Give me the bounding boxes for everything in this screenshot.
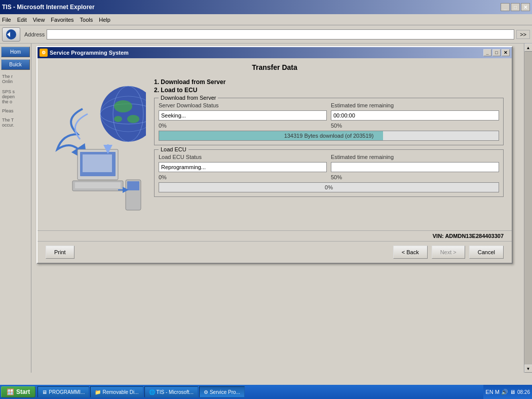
- start-button[interactable]: 🪟 Start: [1, 386, 35, 397]
- taskbar-item-icon-1: 📁: [95, 389, 101, 395]
- taskbar-item-label-1: Removable Di...: [102, 389, 138, 395]
- load-time-label: Estimated time remaining: [331, 154, 499, 160]
- taskbar-items: 🖥 PROGRAMMI... 📁 Removable Di... 🌐 TIS -…: [37, 386, 483, 397]
- taskbar-item-1[interactable]: 📁 Removable Di...: [90, 386, 143, 397]
- load-status-label: Load ECU Status: [159, 154, 327, 160]
- svg-rect-11: [83, 154, 112, 172]
- sidebar-item-buick[interactable]: Buick: [1, 59, 30, 70]
- vin-bar: VIN: ADMDN13E284403307: [37, 230, 512, 241]
- load-ecu-legend: Load ECU: [159, 146, 188, 152]
- sidebar-text-1: The rOnlin: [0, 71, 31, 87]
- dialog-icon: ⚙: [40, 49, 48, 57]
- ie-titlebar: TIS - Microsoft Internet Explorer _ □ ✕: [0, 0, 532, 14]
- address-label: Address: [24, 31, 45, 37]
- load-progress-bar: 0%: [159, 182, 499, 192]
- download-status-value: Seeking...: [159, 110, 327, 121]
- svg-rect-13: [75, 182, 121, 188]
- load-pct-right: 50%: [331, 174, 499, 180]
- scroll-down-btn[interactable]: ▼: [524, 365, 533, 373]
- back-button[interactable]: < Back: [393, 246, 428, 259]
- sps-dialog-window: ⚙ Service Programming System _ □ ✕ Trans…: [36, 46, 513, 264]
- steps-text: 1. Download from Server 2. Load to ECU: [154, 78, 504, 94]
- step1-label: 1. Download from Server: [154, 78, 504, 86]
- svg-point-6: [114, 100, 132, 112]
- scroll-up-btn[interactable]: ▲: [524, 44, 533, 52]
- ie-menubar: File Edit View Favorites Tools Help: [0, 14, 532, 25]
- dialog-close-btn[interactable]: ✕: [502, 49, 510, 56]
- cancel-button[interactable]: Cancel: [469, 246, 504, 259]
- ie-restore-btn[interactable]: □: [511, 3, 520, 11]
- taskbar-item-icon-3: ⚙: [204, 389, 208, 395]
- dialog-right-panel: 1. Download from Server 2. Load to ECU D…: [154, 78, 504, 225]
- print-button[interactable]: Print: [46, 246, 74, 259]
- dialog-minimize-btn[interactable]: _: [483, 49, 491, 56]
- sidebar-text-3: Pleas: [0, 106, 31, 115]
- download-pct-left: 0%: [159, 123, 327, 129]
- menu-tools[interactable]: Tools: [80, 17, 93, 23]
- scroll-track[interactable]: [524, 52, 532, 365]
- dialog-title: Service Programming System: [50, 50, 129, 56]
- download-legend: Download from Server: [159, 95, 218, 101]
- ie-toolbar: Address >>: [0, 25, 532, 44]
- address-input[interactable]: [47, 29, 514, 39]
- dialog-illustration: [46, 78, 147, 225]
- scrollbar[interactable]: ▲ ▼: [524, 44, 532, 373]
- svg-point-8: [114, 116, 122, 122]
- dialog-footer: Print < Back Next > Cancel: [37, 241, 512, 263]
- taskbar-item-2[interactable]: 🌐 TIS - Microsoft...: [144, 386, 198, 397]
- tray-time: 08:26: [517, 389, 530, 395]
- menu-favorites[interactable]: Favorites: [51, 17, 73, 23]
- windows-logo-icon: 🪟: [7, 388, 14, 395]
- load-progress-text: 0%: [159, 183, 499, 192]
- load-status-value: Reprogramming...: [159, 162, 327, 172]
- svg-rect-15: [127, 181, 139, 190]
- dialog-content: Transfer Data: [37, 58, 512, 230]
- menu-view[interactable]: View: [33, 17, 45, 23]
- taskbar-item-label-3: Service Pro...: [210, 389, 240, 395]
- ie-back-button[interactable]: [2, 27, 20, 42]
- dialog-titlebar: ⚙ Service Programming System _ □ ✕: [37, 47, 512, 58]
- load-percent-row: 0% 50%: [159, 174, 499, 180]
- menu-edit[interactable]: Edit: [17, 17, 27, 23]
- taskbar-item-3[interactable]: ⚙ Service Pro...: [199, 386, 245, 397]
- start-label: Start: [16, 388, 30, 395]
- dialog-title-label: Transfer Data: [46, 63, 504, 71]
- taskbar-item-label-2: TIS - Microsoft...: [157, 389, 194, 395]
- vin-label: VIN: ADMDN13E284403307: [433, 233, 504, 239]
- next-button[interactable]: Next >: [432, 246, 465, 259]
- tray-icons: EN M 🔊 🖥: [485, 389, 515, 395]
- menu-file[interactable]: File: [2, 17, 11, 23]
- download-percent-row: 0% 50%: [159, 123, 499, 129]
- illustration-svg: [47, 78, 146, 225]
- step2-label: 2. Load to ECU: [154, 87, 504, 94]
- load-ecu-section: Load ECU Load ECU Status Estimated time …: [154, 149, 504, 197]
- download-pct-right: 50%: [331, 123, 499, 129]
- ie-close-btn[interactable]: ✕: [521, 3, 530, 11]
- ie-sidebar: Hom Buick The rOnlin SPS sdepenthe o Ple…: [0, 44, 31, 373]
- taskbar-item-icon-2: 🌐: [149, 389, 155, 395]
- download-time-value: 00:00:00: [331, 110, 499, 121]
- download-section: Download from Server Server Download Sta…: [154, 98, 504, 145]
- links-button[interactable]: >>: [516, 30, 530, 39]
- taskbar: 🪟 Start 🖥 PROGRAMMI... 📁 Removable Di...…: [0, 385, 532, 399]
- dialog-titlebar-controls: _ □ ✕: [483, 49, 510, 56]
- download-label-row: Server Download Status Estimated time re…: [159, 102, 499, 108]
- menu-help[interactable]: Help: [99, 17, 110, 23]
- taskbar-item-0[interactable]: 🖥 PROGRAMMI...: [37, 386, 89, 397]
- sidebar-text-2: SPS sdepenthe o: [0, 87, 31, 106]
- sidebar-item-home[interactable]: Hom: [1, 47, 30, 57]
- load-value-row: Reprogramming...: [159, 162, 499, 172]
- download-progress-bar: 134319 Bytes download (of 203519): [159, 131, 499, 141]
- download-time-label: Estimated time remaining: [331, 102, 499, 108]
- sidebar-text-4: The Toccur.: [0, 115, 31, 130]
- ie-minimize-btn[interactable]: _: [501, 3, 510, 11]
- download-status-label: Server Download Status: [159, 102, 327, 108]
- dialog-restore-btn[interactable]: □: [492, 49, 501, 56]
- load-label-row: Load ECU Status Estimated time remaining: [159, 154, 499, 160]
- taskbar-item-icon-0: 🖥: [42, 389, 47, 395]
- ie-title: TIS - Microsoft Internet Explorer: [2, 4, 95, 11]
- download-content: Server Download Status Estimated time re…: [159, 98, 499, 141]
- download-value-row: Seeking... 00:00:00: [159, 110, 499, 121]
- dialog-body: 1. Download from Server 2. Load to ECU D…: [46, 78, 504, 225]
- download-progress-text: 134319 Bytes download (of 203519): [159, 131, 499, 140]
